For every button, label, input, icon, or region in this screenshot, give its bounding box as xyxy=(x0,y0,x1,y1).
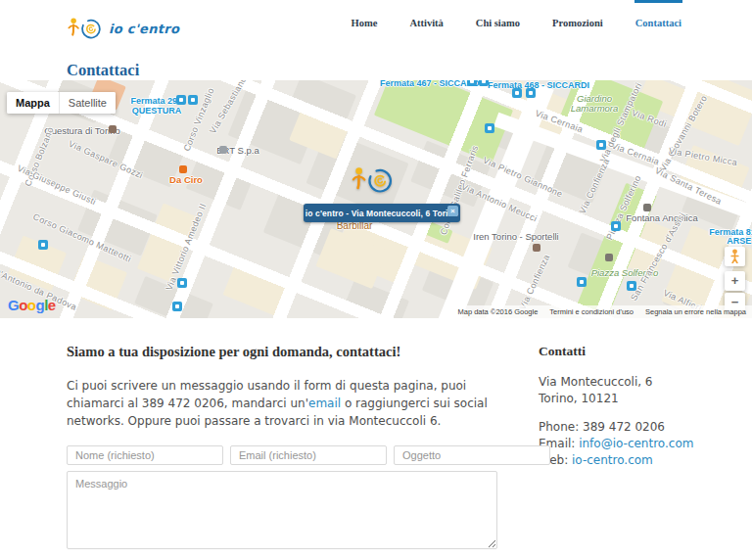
email-field[interactable] xyxy=(230,445,387,465)
nav-item-home[interactable]: Home xyxy=(351,0,379,36)
map-label-park: Lamarmora xyxy=(571,103,619,114)
map-copyright: Map data ©2016 Google xyxy=(458,307,539,316)
phone-label: Phone: xyxy=(539,420,583,434)
nav-item-attivita[interactable]: Attività xyxy=(408,0,444,36)
transit-stop-icon xyxy=(38,240,48,250)
contact-phone: Phone: 389 472 0206 xyxy=(539,419,695,436)
contact-address-line1: Via Montecuccoli, 6 xyxy=(539,374,695,391)
header: io c'entro Home Attività Chi siamo Promo… xyxy=(0,0,752,55)
business-poi-icon xyxy=(219,146,227,154)
info-window-close-icon[interactable]: × xyxy=(447,206,458,216)
map-type-control: Mappa Satellite xyxy=(7,92,116,114)
map-label-transit: QUESTURA xyxy=(132,106,182,116)
contact-email-link[interactable]: info@io-centro.com xyxy=(579,437,693,450)
pegman-icon xyxy=(729,249,740,263)
map-label-transit: Fermata 468 - SICCARDI xyxy=(488,80,589,90)
google-logo-letter: g xyxy=(36,297,45,313)
transit-stop-icon xyxy=(577,277,587,287)
main-nav: Home Attività Chi siamo Promozioni Conta… xyxy=(320,0,682,36)
transit-stop-icon xyxy=(467,80,477,86)
contact-web-link[interactable]: io-centro.com xyxy=(572,453,653,467)
contact-web: Web: io-centro.com xyxy=(539,452,695,469)
intro-section: Siamo a tua disposizione per ogni domand… xyxy=(67,344,497,430)
nav-item-chi-siamo[interactable]: Chi siamo xyxy=(475,0,521,36)
police-poi-icon xyxy=(109,125,117,133)
contact-info-section: Contatti Via Montecuccoli, 6 Torino, 101… xyxy=(539,344,695,478)
map-marker-io-centro[interactable] xyxy=(351,163,396,198)
email-inline-link[interactable]: email xyxy=(308,397,341,410)
map-label-poi: Fontana Angelica xyxy=(626,212,697,223)
map-label-orange: Da Ciro xyxy=(169,174,203,185)
info-window-text: io c'entro - Via Montecuccoli, 6 Torino xyxy=(306,209,458,218)
map-info-window: io c'entro - Via Montecuccoli, 6 Torino … xyxy=(304,204,460,222)
page-title: Contattaci xyxy=(67,61,139,80)
transit-stop-icon xyxy=(512,88,522,98)
map-report-error-link[interactable]: Segnala un errore nella mappa xyxy=(645,307,746,316)
camera-poi-icon xyxy=(643,204,651,211)
map-type-map-button[interactable]: Mappa xyxy=(7,92,59,114)
contact-form-row xyxy=(67,445,497,465)
google-logo[interactable]: Google xyxy=(8,297,56,313)
intro-paragraph: Ci puoi scrivere un messaggio usando il … xyxy=(67,377,497,430)
transit-stop-icon xyxy=(596,140,606,150)
google-map[interactable]: io c'entro - Via Montecuccoli, 6 Torino … xyxy=(0,80,752,318)
google-logo-letter: o xyxy=(19,297,27,313)
zoom-in-button[interactable]: + xyxy=(725,271,745,291)
transit-stop-icon xyxy=(526,88,536,98)
brand-name: io c'entro xyxy=(109,22,179,36)
google-logo-letter: G xyxy=(8,297,19,313)
nav-item-promozioni[interactable]: Promozioni xyxy=(551,0,604,36)
transit-stop-icon xyxy=(176,95,186,105)
contact-email: Email: info@io-centro.com xyxy=(539,436,695,452)
camera-poi-icon xyxy=(605,254,613,261)
transit-stop-icon xyxy=(188,95,198,105)
transit-stop-icon xyxy=(479,80,489,86)
map-attribution: Map data ©2016 Google Termini e condizio… xyxy=(452,305,752,318)
restaurant-poi-icon xyxy=(179,165,187,173)
contact-address-line2: Torino, 10121 xyxy=(539,391,695,407)
brand-logo[interactable]: io c'entro xyxy=(67,14,179,43)
office-poi-icon xyxy=(533,244,540,252)
contact-heading: Contatti xyxy=(539,344,695,359)
transit-stop-icon xyxy=(172,302,182,311)
map-terms-link[interactable]: Termini e condizioni d'uso xyxy=(549,307,634,316)
transit-stop-icon xyxy=(485,123,494,133)
transit-stop-icon xyxy=(177,278,187,288)
intro-heading: Siamo a tua disposizione per ogni domand… xyxy=(67,344,497,360)
transit-stop-icon xyxy=(627,281,636,291)
subject-field[interactable] xyxy=(394,445,550,465)
map-label-transit: Fermata 29 - xyxy=(130,96,182,106)
contact-form xyxy=(67,445,497,553)
nav-item-contattaci[interactable]: Contattaci xyxy=(634,0,682,36)
map-label-poi: Iren Torino - Sportelli xyxy=(473,231,558,242)
google-logo-letter: o xyxy=(27,297,36,313)
name-field[interactable] xyxy=(67,445,223,465)
google-logo-letter: e xyxy=(48,297,56,313)
pegman-control[interactable] xyxy=(725,247,745,266)
message-field[interactable] xyxy=(67,471,497,549)
brand-logo-icon xyxy=(67,14,104,43)
transit-stop-icon xyxy=(611,221,621,231)
map-type-satellite-button[interactable]: Satellite xyxy=(59,92,116,114)
phone-value: 389 472 0206 xyxy=(583,420,665,434)
map-label-transit: ARSEN xyxy=(727,236,752,246)
